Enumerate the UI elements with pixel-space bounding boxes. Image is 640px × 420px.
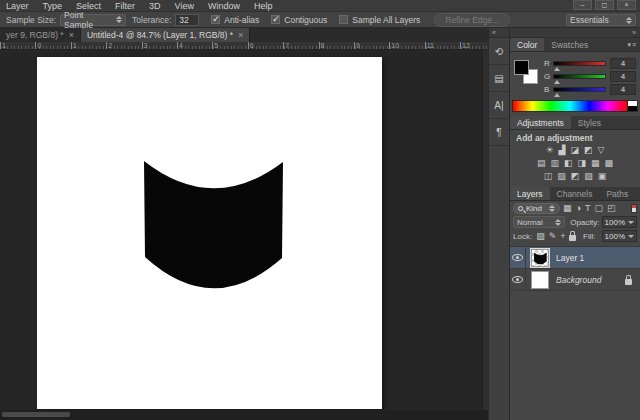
tolerance-input[interactable]: 32: [175, 14, 199, 26]
posterize-icon[interactable]: ▨: [557, 171, 566, 182]
curves-icon[interactable]: ◪: [571, 145, 580, 156]
photo-filter-icon[interactable]: ◨: [578, 158, 587, 169]
threshold-icon[interactable]: ◩: [571, 171, 580, 182]
character-panel-icon[interactable]: A|: [489, 92, 509, 119]
menu-item[interactable]: 3D: [149, 1, 161, 11]
layer-row-background[interactable]: Background: [510, 269, 640, 291]
panel-tab[interactable]: Swatches: [544, 38, 595, 51]
slider-thumb-icon[interactable]: [554, 67, 560, 71]
minimize-icon[interactable]: –: [573, 0, 592, 10]
tab-close-icon[interactable]: ×: [238, 30, 243, 40]
layer-filter-row: Kind ▦◑T▢◰: [510, 201, 640, 215]
panel-tab[interactable]: Adjustments: [510, 116, 571, 129]
shape-layer-filter-icon[interactable]: ▢: [594, 203, 603, 213]
exposure-icon[interactable]: ◩: [584, 145, 593, 156]
scrollbar-thumb[interactable]: [2, 412, 70, 417]
document-tab-active[interactable]: Untitled-4 @ 84.7% (Layer 1, RGB/8) * ×: [81, 28, 250, 42]
menu-item[interactable]: Filter: [115, 1, 135, 11]
menu-item[interactable]: Type: [43, 1, 63, 11]
horizontal-scrollbar[interactable]: [0, 410, 488, 420]
restore-icon[interactable]: ◻: [595, 0, 614, 10]
ruler-number: 2: [106, 42, 141, 49]
lock-position-icon[interactable]: +: [560, 231, 565, 241]
sample-size-dropdown[interactable]: Point Sample: [60, 14, 126, 26]
channel-value-field[interactable]: 4: [610, 58, 636, 69]
panel-tab[interactable]: Layers: [510, 187, 550, 200]
color-spectrum-ramp[interactable]: [512, 100, 628, 112]
filter-toggle-icon[interactable]: [631, 204, 637, 213]
checkbox-icon: [271, 15, 280, 24]
workspace-dropdown[interactable]: Essentials: [566, 14, 636, 26]
channel-value-field[interactable]: 4: [610, 71, 636, 82]
warped-rectangle-shape[interactable]: [144, 161, 283, 288]
panel-tab[interactable]: Channels: [550, 187, 600, 200]
document-canvas[interactable]: [37, 57, 382, 409]
sample-size-value: Point Sample: [64, 10, 112, 30]
channel-slider[interactable]: [553, 74, 606, 79]
panel-menu-icon[interactable]: ▾≡: [627, 41, 637, 49]
collapse-panels-icon[interactable]: »: [510, 28, 640, 38]
channel-value-field[interactable]: 4: [610, 84, 636, 95]
lock-pixels-icon[interactable]: ✎: [549, 231, 557, 241]
layer-row-layer1[interactable]: Layer 1: [510, 247, 640, 269]
layer-thumbnail[interactable]: [531, 271, 549, 289]
layer-name[interactable]: Layer 1: [556, 253, 584, 263]
layer-thumbnail[interactable]: [531, 249, 549, 267]
menu-item[interactable]: Layer: [6, 1, 29, 11]
checkbox-label: Anti-alias: [224, 15, 259, 25]
color-panel-body: R 4 G 4: [510, 52, 640, 99]
horizontal-ruler[interactable]: 10123456789101112: [0, 42, 488, 50]
channel-mixer-icon[interactable]: ▦: [591, 158, 600, 169]
slider-thumb-icon[interactable]: [554, 80, 560, 84]
adjustment-layer-filter-icon[interactable]: ◑: [576, 203, 581, 213]
lock-all-icon[interactable]: [569, 235, 576, 241]
refine-edge-button[interactable]: Refine Edge...: [434, 13, 510, 27]
smart-object-filter-icon[interactable]: ◰: [607, 203, 616, 213]
menu-item[interactable]: Window: [208, 1, 240, 11]
tab-close-icon[interactable]: ×: [69, 30, 74, 40]
adjustments-panel-tabs: AdjustmentsStyles: [510, 116, 640, 130]
black-white-icon[interactable]: ◧: [564, 158, 573, 169]
option-checkbox[interactable]: Anti-alias: [211, 15, 259, 25]
pixel-layer-filter-icon[interactable]: ▦: [563, 203, 572, 213]
type-layer-filter-icon[interactable]: T: [585, 203, 591, 213]
panel-tab[interactable]: Paths: [599, 187, 635, 200]
color-balance-icon[interactable]: ▥: [550, 158, 559, 169]
paragraph-panel-icon[interactable]: ¶: [489, 119, 509, 146]
blend-mode-dropdown[interactable]: Normal: [513, 216, 565, 228]
clone-source-panel-icon[interactable]: ▤: [489, 65, 509, 92]
option-checkbox[interactable]: Contiguous: [271, 15, 327, 25]
levels-icon[interactable]: ▟: [559, 145, 566, 156]
option-checkbox[interactable]: Sample All Layers: [339, 15, 420, 25]
expand-panels-icon[interactable]: «: [489, 28, 509, 38]
brightness-contrast-icon[interactable]: ☀: [546, 145, 554, 156]
filter-kind-dropdown[interactable]: Kind: [513, 203, 560, 214]
close-icon[interactable]: ×: [617, 0, 636, 10]
opacity-field[interactable]: 100%: [602, 216, 637, 228]
menu-item[interactable]: Help: [254, 1, 273, 11]
ruler-number: 10: [389, 42, 424, 49]
layer-name[interactable]: Background: [556, 275, 601, 285]
lock-transparency-icon[interactable]: ▨: [536, 231, 545, 241]
panel-tab[interactable]: Styles: [571, 116, 608, 129]
gradient-map-icon[interactable]: ▧: [584, 171, 593, 182]
visibility-eye-icon[interactable]: [512, 276, 523, 283]
layers-panel-tabs: LayersChannelsPaths: [510, 187, 640, 201]
channel-slider[interactable]: [553, 61, 606, 66]
channel-slider[interactable]: [553, 87, 606, 92]
panel-tab[interactable]: Color: [510, 38, 544, 51]
slider-thumb-icon[interactable]: [554, 93, 560, 97]
photoshop-window: LayerTypeSelectFilter3DViewWindowHelp – …: [0, 0, 640, 420]
black-swatch[interactable]: [628, 106, 637, 111]
selective-color-icon[interactable]: ▣: [598, 171, 607, 182]
fill-field[interactable]: 100%: [602, 230, 637, 242]
history-panel-icon[interactable]: ⟲: [489, 38, 509, 65]
document-tab-inactive[interactable]: yer 9, RGB/8) * ×: [0, 28, 81, 42]
hue-saturation-icon[interactable]: ▤: [537, 158, 546, 169]
menu-item[interactable]: View: [175, 1, 194, 11]
visibility-eye-icon[interactable]: [512, 254, 523, 261]
color-lookup-icon[interactable]: ▩: [605, 158, 614, 169]
foreground-color-swatch[interactable]: [514, 60, 529, 75]
vibrance-icon[interactable]: ▽: [598, 145, 605, 156]
invert-icon[interactable]: ◫: [544, 171, 553, 182]
